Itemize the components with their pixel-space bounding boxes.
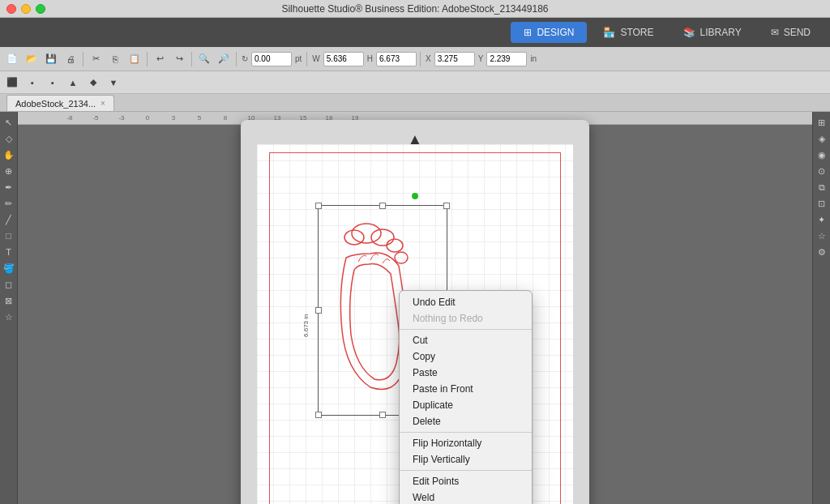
cm-copy[interactable]: Copy xyxy=(400,348,532,365)
height-input[interactable] xyxy=(376,52,417,66)
cm-duplicate[interactable]: Duplicate xyxy=(400,397,532,413)
pt-label: pt xyxy=(293,54,303,63)
y-input[interactable] xyxy=(486,52,527,66)
rotate-input[interactable] xyxy=(251,52,292,66)
nav-tabs: ⊞ DESIGN 🏪 STORE 📚 LIBRARY ✉ SEND xyxy=(0,18,830,47)
x-label: X xyxy=(424,54,433,63)
align-middle-button[interactable]: ◆ xyxy=(84,74,102,92)
tab-design[interactable]: ⊞ DESIGN xyxy=(511,22,587,43)
title-bar: Silhouette Studio® Business Edition: Ado… xyxy=(0,0,830,18)
toolbar-main: 📄 📂 💾 🖨 ✂ ⎘ 📋 ↩ ↪ 🔍 🔎 ↻ pt W H X Y in xyxy=(0,47,830,71)
align-right-button[interactable]: ▪ xyxy=(44,74,62,92)
tab-send[interactable]: ✉ SEND xyxy=(758,22,824,43)
design-icon: ⊞ xyxy=(524,27,532,38)
tab-bar: AdobeStock_2134... × xyxy=(0,94,830,112)
library-icon: 📚 xyxy=(683,27,695,38)
in-label: in xyxy=(528,54,538,63)
right-panel-btn-7[interactable]: ✦ xyxy=(815,212,829,227)
cm-weld[interactable]: Weld xyxy=(400,489,532,504)
traffic-lights xyxy=(6,4,45,14)
crop-tool[interactable]: ⊠ xyxy=(2,293,16,308)
right-panel-btn-4[interactable]: ⊙ xyxy=(815,164,829,178)
align-bottom-button[interactable]: ▼ xyxy=(105,74,122,92)
file-tab-name: AdobeStock_2134... xyxy=(15,99,96,109)
pencil-tool[interactable]: ✏ xyxy=(2,196,16,211)
separator-6 xyxy=(420,52,421,66)
cm-nothing-to-redo: Nothing to Redo xyxy=(400,310,532,327)
rotate-label: ↻ xyxy=(240,54,250,63)
align-left-button[interactable]: ⬛ xyxy=(3,74,21,92)
select-tool[interactable]: ↖ xyxy=(2,115,16,130)
new-button[interactable]: 📄 xyxy=(3,50,21,68)
canvas-dot xyxy=(412,193,418,199)
right-panel-btn-1[interactable]: ⊞ xyxy=(815,115,829,130)
minimize-button[interactable] xyxy=(21,4,31,14)
left-toolbar: ↖ ◇ ✋ ⊕ ✒ ✏ ╱ □ T 🪣 ◻ ⊠ ☆ xyxy=(0,112,18,504)
pen-tool[interactable]: ✒ xyxy=(2,180,16,194)
right-panel: ⊞ ◈ ◉ ⊙ ⧉ ⊡ ✦ ☆ ⚙ xyxy=(812,112,830,504)
cm-flip-horizontally[interactable]: Flip Horizontally xyxy=(400,435,532,451)
file-tab-close[interactable]: × xyxy=(101,99,105,108)
open-button[interactable]: 📂 xyxy=(23,50,41,68)
cm-paste[interactable]: Paste xyxy=(400,365,532,381)
cm-undo-edit[interactable]: Undo Edit xyxy=(400,294,532,310)
eraser-tool[interactable]: ◻ xyxy=(2,277,16,292)
text-tool[interactable]: T xyxy=(2,245,16,259)
align-top-button[interactable]: ▲ xyxy=(64,74,82,92)
cm-cut[interactable]: Cut xyxy=(400,332,532,348)
right-panel-btn-8[interactable]: ☆ xyxy=(815,229,829,243)
pan-tool[interactable]: ✋ xyxy=(2,147,16,162)
main-area: ↖ ◇ ✋ ⊕ ✒ ✏ ╱ □ T 🪣 ◻ ⊠ ☆ -8 -5 -3 0 3 5… xyxy=(0,112,830,504)
separator-4 xyxy=(236,52,237,66)
cm-flip-vertically[interactable]: Flip Vertically xyxy=(400,451,532,468)
fill-tool[interactable]: 🪣 xyxy=(2,261,16,275)
save-button[interactable]: 💾 xyxy=(42,50,60,68)
cut-button[interactable]: ✂ xyxy=(87,50,105,68)
align-center-button[interactable]: ▪ xyxy=(24,74,41,92)
line-tool[interactable]: ╱ xyxy=(2,212,16,227)
node-tool[interactable]: ◇ xyxy=(2,131,16,146)
cm-delete[interactable]: Delete xyxy=(400,413,532,429)
right-panel-btn-9[interactable]: ⚙ xyxy=(815,245,829,259)
right-panel-btn-5[interactable]: ⧉ xyxy=(815,180,829,194)
cm-edit-points[interactable]: Edit Points xyxy=(400,473,532,489)
zoom-out-button[interactable]: 🔎 xyxy=(215,50,233,68)
paste-button[interactable]: 📋 xyxy=(126,50,143,68)
tab-store[interactable]: 🏪 STORE xyxy=(590,22,666,43)
cm-sep-1 xyxy=(400,329,532,330)
toolbar-secondary: ⬛ ▪ ▪ ▲ ◆ ▼ xyxy=(0,71,830,94)
right-panel-btn-3[interactable]: ◉ xyxy=(815,147,829,162)
right-panel-btn-6[interactable]: ⊡ xyxy=(815,196,829,211)
cm-paste-in-front[interactable]: Paste in Front xyxy=(400,381,532,397)
zoom-in-button[interactable]: 🔍 xyxy=(195,50,213,68)
window-title: Silhouette Studio® Business Edition: Ado… xyxy=(281,3,548,15)
file-tab[interactable]: AdobeStock_2134... × xyxy=(6,95,114,111)
cm-sep-3 xyxy=(400,470,532,471)
redo-button[interactable]: ↪ xyxy=(170,50,188,68)
store-icon: 🏪 xyxy=(603,27,615,38)
w-label: W xyxy=(310,54,321,63)
separator-2 xyxy=(147,52,148,66)
star-tool[interactable]: ☆ xyxy=(2,310,16,324)
maximize-button[interactable] xyxy=(36,4,45,14)
copy-button[interactable]: ⎘ xyxy=(106,50,124,68)
separator-1 xyxy=(83,52,83,66)
width-input[interactable] xyxy=(323,52,364,66)
cm-sep-2 xyxy=(400,432,532,433)
separator-3 xyxy=(191,52,192,66)
close-button[interactable] xyxy=(6,4,16,14)
separator-5 xyxy=(306,52,307,66)
zoom-tool[interactable]: ⊕ xyxy=(2,164,16,178)
x-input[interactable] xyxy=(434,52,475,66)
canvas-area[interactable]: -8 -5 -3 0 3 5 8 10 13 15 18 19 ▲ xyxy=(18,112,812,504)
print-button[interactable]: 🖨 xyxy=(62,50,79,68)
h-label: H xyxy=(366,54,374,63)
context-menu: Undo Edit Nothing to Redo Cut Copy Paste… xyxy=(399,290,533,504)
y-label: Y xyxy=(477,54,486,63)
undo-button[interactable]: ↩ xyxy=(151,50,169,68)
send-icon: ✉ xyxy=(771,27,779,38)
shape-tool[interactable]: □ xyxy=(2,229,16,243)
right-panel-btn-2[interactable]: ◈ xyxy=(815,131,829,146)
tab-library[interactable]: 📚 LIBRARY xyxy=(670,22,755,43)
